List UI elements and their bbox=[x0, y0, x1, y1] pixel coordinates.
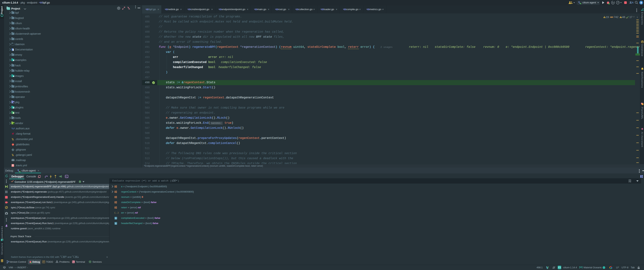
svg-text:TEX: TEX bbox=[12, 127, 15, 130]
svg-text:ML: ML bbox=[12, 139, 14, 141]
svg-text:1: 1 bbox=[115, 222, 116, 225]
svg-text:ML: ML bbox=[12, 155, 14, 156]
svg-text:1: 1 bbox=[115, 217, 116, 219]
